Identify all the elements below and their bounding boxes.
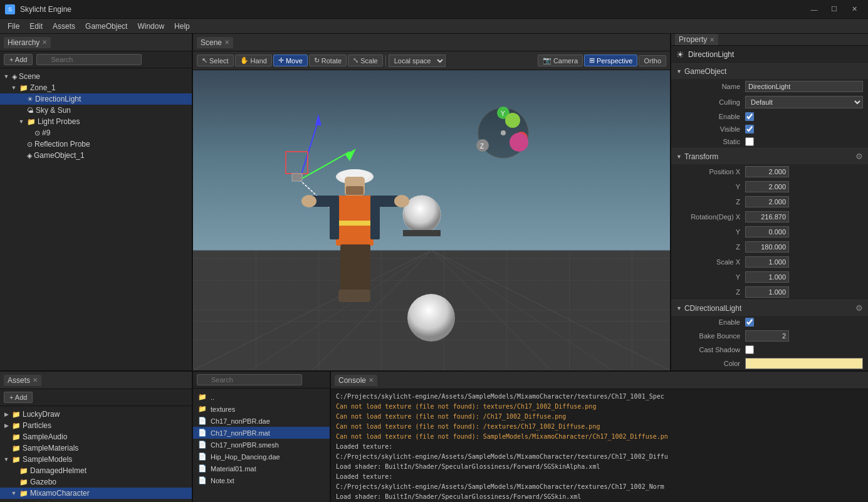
assets-add-button[interactable]: + Add: [4, 392, 33, 403]
asset-luckydraw[interactable]: ▶ 📁 LuckyDraw: [0, 409, 192, 420]
hierarchy-search-input[interactable]: [36, 54, 142, 65]
file-label-parent: ..: [211, 394, 214, 401]
console-tab[interactable]: Console ✕: [335, 375, 377, 386]
scene-tab[interactable]: Scene ✕: [197, 37, 233, 48]
filelist-search-input[interactable]: [197, 374, 302, 385]
tree-item-skysun[interactable]: ▶ 🌤 Sky & Sun: [0, 105, 192, 116]
console-line-3: Can not load texture (file not found): /…: [336, 422, 863, 432]
menu-edit[interactable]: Edit: [24, 21, 48, 32]
property-tab[interactable]: Property ✕: [675, 34, 718, 45]
tree-item-scene[interactable]: ▼ ◈ Scene: [0, 71, 192, 82]
tree-label-skysun: Sky & Sun: [36, 106, 71, 115]
folder-icon-gazebo: 📁: [19, 478, 28, 486]
menu-help[interactable]: Help: [169, 21, 195, 32]
tree-item-reflectionprobe[interactable]: ▶ ⊙ Reflection Probe: [0, 139, 192, 150]
menu-assets[interactable]: Assets: [48, 21, 80, 32]
asset-damagedhelmet[interactable]: ▶ 📁 DamagedHelmet: [0, 465, 192, 476]
file-ch17-dae[interactable]: 📄 Ch17_nonPBR.dae: [193, 415, 330, 427]
prop-dl-enable-checkbox[interactable]: [745, 318, 754, 327]
prop-scale-x-input[interactable]: [745, 256, 789, 268]
prop-bakebounce-input[interactable]: [745, 330, 789, 342]
maximize-button[interactable]: ☐: [825, 3, 843, 16]
menu-gameobject[interactable]: GameObject: [80, 21, 132, 32]
prop-color-swatch[interactable]: [745, 358, 863, 369]
asset-sampleaudio[interactable]: ▶ 📁 SampleAudio: [0, 431, 192, 442]
prop-visible-checkbox[interactable]: [745, 125, 754, 133]
space-select[interactable]: Local space World space: [389, 55, 446, 67]
menu-file[interactable]: File: [3, 21, 24, 32]
prop-rotation-z-input[interactable]: [745, 241, 789, 253]
tree-item-gameobject1[interactable]: ▶ ◈ GameObject_1: [0, 150, 192, 161]
asset-gazebo[interactable]: ▶ 📁 Gazebo: [0, 476, 192, 488]
camera-button[interactable]: 📷 Camera: [538, 55, 583, 66]
directionallight-section-header[interactable]: ▼ CDirectionalLight ⚙: [671, 300, 868, 316]
prop-name-input[interactable]: [745, 81, 863, 92]
prop-enable-checkbox[interactable]: [745, 112, 754, 121]
hierarchy-close-icon[interactable]: ✕: [42, 39, 47, 46]
scene-viewport[interactable]: Y X Z: [193, 70, 670, 370]
file-ch17-smesh[interactable]: 📄 Ch17_nonPBR.smesh: [193, 439, 330, 451]
file-note-txt[interactable]: 📄 Note.txt: [193, 474, 330, 486]
hierarchy-add-button[interactable]: + Add: [4, 54, 33, 65]
transform-section-header[interactable]: ▼ Transform ⚙: [671, 149, 868, 164]
asset-textures[interactable]: ▶ 📁 textures: [0, 499, 192, 502]
file-textures-folder[interactable]: 📁 textures: [193, 403, 330, 415]
file-parent[interactable]: 📁 ..: [193, 391, 330, 403]
filelist-tree: 📁 .. 📁 textures 📄 Ch17_nonPBR.dae 📄 Ch17…: [193, 389, 330, 502]
prop-name-row: Name: [671, 79, 868, 94]
directionallight-gear-button[interactable]: ⚙: [855, 303, 863, 313]
tree-item-directionlight[interactable]: ▶ ☀ DirectionLight: [0, 93, 192, 105]
prop-scale-x-row: Scale X: [671, 254, 868, 269]
scale-tool-button[interactable]: ⤡ Scale: [348, 55, 383, 66]
asset-mixamocharacter[interactable]: ▼ 📁 MixamoCharacter: [0, 488, 192, 499]
tree-label-probe9: #9: [42, 128, 50, 137]
tree-item-probe9[interactable]: ▶ ⊙ #9: [0, 127, 192, 139]
asset-particles[interactable]: ▶ 📁 Particles: [0, 420, 192, 431]
file-hiphop-dae[interactable]: 📄 Hip_Hop_Dancing.dae: [193, 451, 330, 463]
minimize-button[interactable]: —: [805, 3, 823, 16]
tree-label-gameobject1: GameObject_1: [34, 151, 85, 160]
move-tool-button[interactable]: ✛ Move: [273, 55, 308, 66]
hierarchy-tab[interactable]: Hierarchy ✕: [4, 37, 51, 48]
hand-icon: ✋: [240, 56, 249, 65]
prop-scale-y-row: Y: [671, 269, 868, 285]
prop-rotation-x-label: Rotation(Deg) X: [676, 213, 745, 221]
file-ch17-mat[interactable]: 📄 Ch17_nonPBR.mat: [193, 427, 330, 439]
asset-samplemodels[interactable]: ▼ 📁 SampleModels: [0, 454, 192, 465]
scene-close-icon[interactable]: ✕: [224, 39, 229, 46]
property-header: Property ✕: [671, 34, 868, 46]
hiphop-file-icon: 📄: [198, 452, 207, 461]
rotate-tool-button[interactable]: ↻ Rotate: [309, 55, 347, 66]
menu-window[interactable]: Window: [132, 21, 169, 32]
menubar: File Edit Assets GameObject Window Help: [0, 19, 868, 34]
tree-item-zone1[interactable]: ▼ 📁 Zone_1: [0, 82, 192, 93]
file-material01-mat[interactable]: 📄 Material01.mat: [193, 463, 330, 474]
prop-culling-select[interactable]: Default: [745, 96, 863, 108]
prop-rotation-x-input[interactable]: [745, 211, 789, 222]
transform-gear-button[interactable]: ⚙: [855, 152, 863, 161]
prop-position-z-input[interactable]: [745, 196, 789, 207]
smesh-file-icon: 📄: [198, 441, 207, 449]
perspective-button[interactable]: ⊞ Perspective: [584, 55, 637, 66]
close-button[interactable]: ✕: [845, 3, 863, 16]
tree-item-lightprobes[interactable]: ▼ 📁 Light Probes: [0, 116, 192, 127]
prop-position-x-input[interactable]: [745, 166, 789, 177]
svg-point-50: [501, 130, 506, 135]
hierarchy-search-wrap: 🔍: [36, 54, 188, 65]
assets-close-icon[interactable]: ✕: [33, 377, 38, 384]
prop-position-y-input[interactable]: [745, 181, 789, 192]
prop-scale-y-input[interactable]: [745, 271, 789, 283]
ortho-button[interactable]: Ortho: [639, 55, 666, 66]
hand-tool-button[interactable]: ✋ Hand: [235, 55, 272, 66]
prop-castshadow-checkbox[interactable]: [745, 345, 754, 354]
prop-static-checkbox[interactable]: [745, 137, 754, 146]
asset-samplematerials[interactable]: ▶ 📁 SampleMaterials: [0, 442, 192, 454]
assets-tab[interactable]: Assets ✕: [4, 375, 41, 386]
tree-arrow-luckydraw: ▶: [3, 411, 10, 417]
select-tool-button[interactable]: ↖ Select: [197, 55, 234, 66]
prop-rotation-y-input[interactable]: [745, 226, 789, 238]
property-close-icon[interactable]: ✕: [709, 36, 714, 43]
console-close-icon[interactable]: ✕: [369, 377, 374, 384]
prop-scale-z-input[interactable]: [745, 286, 789, 298]
gameobject-section-header[interactable]: ▼ GameObject: [671, 64, 868, 79]
